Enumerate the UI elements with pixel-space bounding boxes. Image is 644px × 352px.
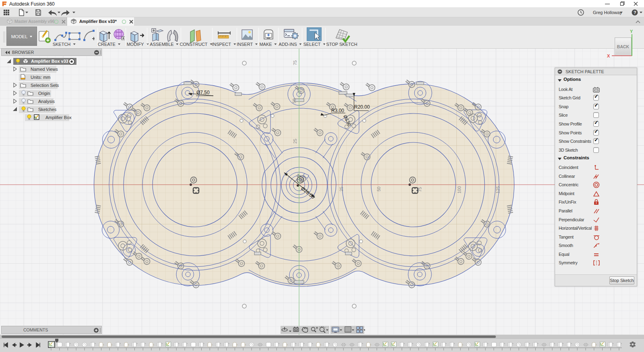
svg-text:50: 50	[292, 99, 297, 103]
svg-text:25: 25	[293, 139, 297, 144]
svg-text:X: X	[607, 54, 610, 58]
svg-text:R3.00: R3.00	[331, 108, 344, 113]
svg-text:Ø7.50: Ø7.50	[196, 90, 210, 95]
svg-text:Greg Holloway: Greg Holloway	[593, 10, 622, 15]
svg-text:R20.00: R20.00	[354, 104, 370, 110]
svg-text:50: 50	[376, 187, 381, 191]
svg-text:125: 125	[495, 186, 500, 193]
svg-text:100: 100	[457, 186, 462, 193]
svg-text:Y: Y	[630, 29, 633, 34]
svg-text:75: 75	[293, 60, 297, 65]
svg-text:25: 25	[339, 187, 344, 191]
svg-text:75: 75	[417, 187, 422, 192]
svg-text:?: ?	[634, 10, 636, 15]
